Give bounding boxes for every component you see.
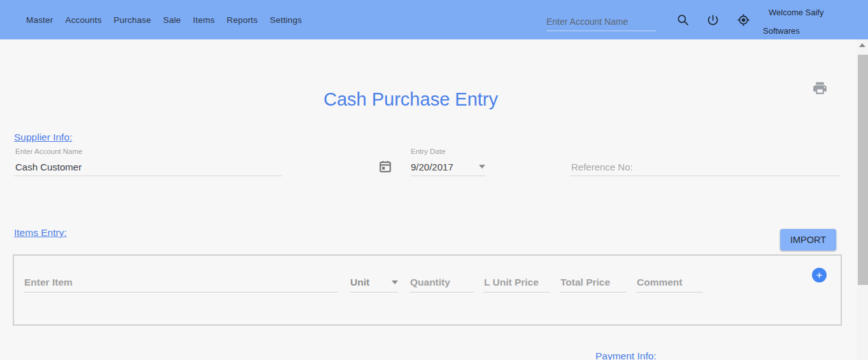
chevron-down-icon [392, 280, 398, 284]
nav-item-purchase[interactable]: Purchase [114, 15, 152, 25]
app-root: Master Accounts Purchase Sale Items Repo… [0, 0, 868, 360]
navbar-account-search [546, 15, 656, 31]
welcome-text: Welcome Saify Softwares [763, 3, 833, 40]
page-title: Cash Purchase Entry [0, 89, 822, 110]
power-icon[interactable] [706, 13, 720, 27]
nav-item-reports[interactable]: Reports [227, 15, 258, 25]
entry-date-label: Entry Date [411, 148, 445, 155]
total-price-input[interactable] [560, 272, 627, 293]
nav-item-items[interactable]: Items [193, 15, 215, 25]
scrollbar-thumb[interactable] [858, 55, 868, 285]
reference-no-input[interactable] [570, 158, 841, 176]
main-content: Cash Purchase Entry Supplier Info: Enter… [0, 39, 857, 360]
account-search-input[interactable] [546, 15, 656, 31]
quantity-input[interactable] [409, 272, 474, 293]
unit-price-input[interactable] [483, 272, 550, 293]
unit-select[interactable]: Unit [350, 272, 398, 293]
import-button[interactable]: IMPORT [780, 229, 836, 251]
unit-label: Unit [350, 277, 369, 288]
gps-fixed-icon[interactable] [737, 13, 751, 27]
search-icon[interactable] [676, 13, 690, 27]
account-name-label: Enter Account Name [15, 148, 82, 155]
items-entry-link[interactable]: Items Entry: [14, 227, 67, 239]
item-name-input[interactable] [24, 272, 338, 293]
items-entry-box: Unit + [13, 254, 842, 326]
nav-item-settings[interactable]: Settings [270, 15, 302, 25]
nav-item-master[interactable]: Master [26, 15, 53, 25]
entry-date-select[interactable]: 9/20/2017 [411, 158, 485, 176]
add-item-button[interactable]: + [812, 268, 827, 282]
payment-info-link[interactable]: Payment Info: [595, 350, 657, 360]
calendar-icon[interactable] [378, 160, 392, 174]
main-menu: Master Accounts Purchase Sale Items Repo… [26, 0, 302, 39]
chevron-down-icon [479, 165, 485, 169]
welcome-line-1: Welcome Saify [763, 3, 833, 22]
vertical-scrollbar[interactable] [857, 39, 868, 360]
entry-date-value: 9/20/2017 [411, 162, 453, 172]
supplier-info-link[interactable]: Supplier Info: [14, 132, 72, 143]
comment-input[interactable] [636, 272, 703, 293]
welcome-line-2: Softwares [763, 22, 833, 40]
account-name-input[interactable] [14, 158, 282, 176]
scrollbar-up-arrow-icon[interactable] [859, 43, 865, 47]
nav-item-sale[interactable]: Sale [163, 15, 181, 25]
nav-item-accounts[interactable]: Accounts [65, 15, 101, 25]
top-navbar: Master Accounts Purchase Sale Items Repo… [0, 0, 868, 39]
